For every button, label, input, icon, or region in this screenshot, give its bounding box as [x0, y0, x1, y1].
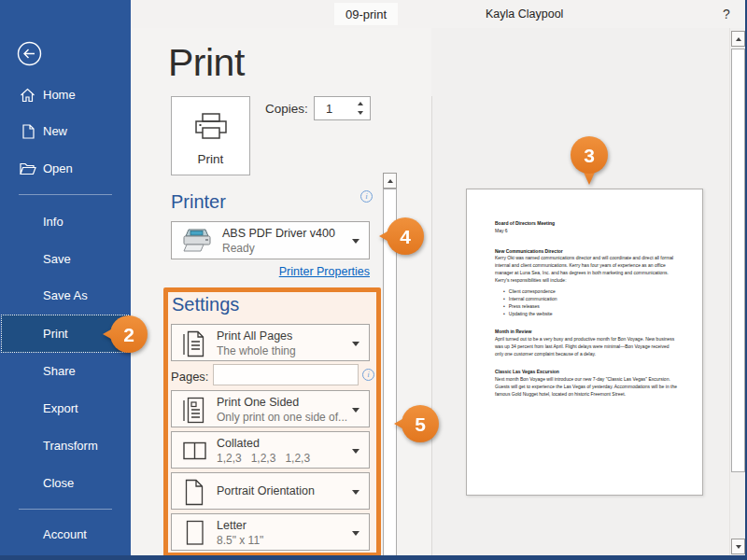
copies-decrement-button[interactable] [353, 107, 368, 119]
sidebar-item-label: Print [43, 327, 68, 341]
sidebar-item-label: Info [43, 215, 63, 229]
printer-name: ABS PDF Driver v400 [222, 227, 335, 240]
sidebar-item-label: New [43, 124, 67, 138]
copies-input[interactable] [316, 98, 353, 119]
pages-input[interactable] [213, 364, 359, 385]
sidebar-item-info[interactable]: Info [0, 209, 131, 234]
chevron-down-icon [352, 531, 359, 536]
dropdown-sublabel: 8.5" x 11" [217, 534, 263, 547]
sidebar-item-open[interactable]: Open [0, 156, 131, 181]
doc-paragraph: Next month Bon Voyage will introduce our… [495, 376, 678, 398]
dropdown-sublabel: The whole thing [217, 344, 296, 357]
sidebar-item-new[interactable]: New [0, 119, 131, 144]
doc-bullet: Press releases [503, 303, 678, 311]
preview-page: Board of Directors Meeting May 6 New Com… [466, 189, 703, 496]
dropdown-sublabel: 1,2,3 1,2,3 1,2,3 [217, 452, 310, 465]
settings-section-heading: Settings [172, 294, 239, 315]
document-title: 09-print [334, 3, 398, 25]
sidebar-item-label: Transform [43, 439, 98, 453]
print-button[interactable]: Print [171, 96, 250, 175]
sidebar-item-label: Save [43, 252, 71, 266]
document-title-text: 09-print [345, 7, 387, 21]
sidebar-item-transform[interactable]: Transform [0, 433, 131, 458]
print-one-sided-icon [182, 397, 207, 424]
back-arrow-icon [17, 41, 42, 66]
document-content: Board of Directors Meeting May 6 New Com… [495, 220, 678, 402]
callout-number: 3 [584, 145, 595, 166]
up-arrow-icon [736, 37, 741, 41]
doc-section-heading: Month in Review [495, 329, 678, 336]
collation-dropdown[interactable]: Collated 1,2,3 1,2,3 1,2,3 [171, 431, 370, 469]
doc-date: May 6 [495, 228, 678, 235]
doc-bullet: Client correspondence [503, 288, 678, 296]
back-button[interactable] [17, 41, 42, 70]
page-title: Print [168, 41, 245, 85]
sidebar-item-label: Home [43, 88, 76, 102]
letter-size-icon [182, 520, 207, 546]
sidebar-divider [19, 509, 112, 510]
chevron-down-icon [352, 239, 359, 244]
dropdown-label: Print All Pages [217, 329, 292, 343]
account-user-name[interactable]: Kayla Claypool [486, 0, 563, 28]
scroll-down-button[interactable] [731, 539, 745, 554]
backstage-sidebar: Home New Open Info Save Save As Print Sh… [0, 0, 131, 560]
print-sides-dropdown[interactable]: Print One Sided Only print on one side o… [171, 390, 370, 427]
callout-number: 2 [123, 324, 134, 345]
sidebar-item-label: Open [43, 161, 73, 175]
scroll-up-button[interactable] [731, 31, 745, 47]
sidebar-item-home[interactable]: Home [0, 82, 131, 107]
chevron-down-icon [352, 408, 359, 413]
sidebar-item-label: Export [43, 401, 78, 415]
help-icon: ? [723, 7, 730, 21]
print-range-dropdown[interactable]: Print All Pages The whole thing [171, 324, 370, 361]
portrait-orientation-icon [182, 479, 207, 506]
doc-section-heading: Classic Las Vegas Excursion [495, 369, 678, 376]
doc-title: Board of Directors Meeting [495, 220, 678, 228]
printer-status: Ready [222, 242, 255, 255]
help-button[interactable]: ? [711, 0, 742, 28]
printer-device-icon [181, 229, 213, 254]
up-arrow-icon [388, 179, 393, 183]
home-icon [20, 88, 35, 103]
sidebar-item-label: Close [43, 476, 74, 490]
new-document-icon [22, 124, 35, 139]
sidebar-item-export[interactable]: Export [0, 396, 131, 421]
dropdown-label: Portrait Orientation [217, 484, 315, 497]
pages-info-icon[interactable]: i [362, 369, 374, 381]
printer-selector-dropdown[interactable]: ABS PDF Driver v400 Ready [171, 221, 370, 259]
sidebar-item-save[interactable]: Save [0, 246, 131, 272]
scrollbar-thumb[interactable] [731, 49, 745, 472]
print-all-pages-icon [182, 330, 207, 357]
dropdown-label: Print One Sided [217, 396, 299, 409]
printer-info-icon[interactable]: i [360, 190, 373, 203]
preview-scrollbar[interactable] [729, 28, 745, 556]
callout-number: 4 [400, 226, 411, 247]
printer-section-heading: Printer [171, 191, 226, 213]
print-button-label: Print [198, 152, 224, 166]
copies-stepper [314, 96, 371, 120]
doc-bullet-list: Client correspondence Internal communica… [503, 288, 678, 317]
orientation-dropdown[interactable]: Portrait Orientation [171, 472, 370, 510]
column-divider [431, 96, 432, 560]
open-folder-icon [20, 162, 36, 175]
doc-bullet: Updating the website [503, 311, 678, 318]
down-arrow-icon [358, 111, 363, 115]
sidebar-item-label: Share [43, 364, 76, 378]
scroll-up-button[interactable] [383, 173, 397, 189]
collated-icon [182, 441, 207, 460]
sidebar-item-account[interactable]: Account [0, 522, 131, 547]
callout-5: 5 [385, 394, 444, 454]
copies-label: Copies: [265, 102, 308, 116]
doc-paragraph: Kerry Oki was named communications direc… [495, 255, 678, 284]
up-arrow-icon [358, 102, 363, 105]
callout-4: 4 [370, 206, 430, 266]
printer-icon [192, 112, 230, 146]
down-arrow-icon [736, 545, 741, 549]
chevron-down-icon [352, 449, 359, 454]
dropdown-label: Letter [217, 519, 247, 532]
sidebar-item-label: Account [43, 527, 87, 541]
paper-size-dropdown[interactable]: Letter 8.5" x 11" [171, 513, 370, 551]
doc-bullet: Internal communication [503, 296, 678, 303]
sidebar-item-label: Save As [43, 288, 88, 302]
sidebar-item-close[interactable]: Close [0, 470, 131, 496]
